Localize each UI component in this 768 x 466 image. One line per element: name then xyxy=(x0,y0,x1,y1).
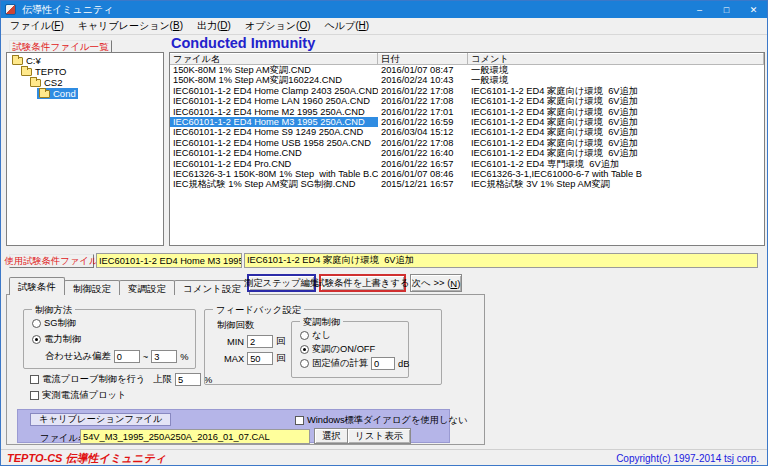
file-row[interactable]: IEC60101-1-2 ED4 Home USB 1958 250A.CND2… xyxy=(170,138,764,148)
min-unit: 回 xyxy=(276,335,285,348)
tab-1[interactable]: 制御設定 xyxy=(64,280,120,295)
file-row[interactable]: IEC61326-3-1 150K-80M 1% Step with Table… xyxy=(170,169,764,179)
maximize-button[interactable]: □ xyxy=(713,1,740,18)
column-header-1[interactable]: 日付 xyxy=(378,53,468,64)
file-row[interactable]: IEC60101-1-2 ED4 Home LAN 1960 250A.CND2… xyxy=(170,96,764,106)
file-name-cell: IEC60101-1-2 ED4 Home LAN 1960 250A.CND xyxy=(170,96,378,106)
file-row[interactable]: IEC60101-1-2 ED4 Pro.CND2016/01/22 16:57… xyxy=(170,159,764,169)
column-header-0[interactable]: ファイル名 xyxy=(170,53,378,64)
file-date-cell: 2016/01/22 17:08 xyxy=(378,86,468,96)
deviation-tilde: ~ xyxy=(143,352,148,362)
file-row[interactable]: IEC規格試験 1% Step AM変調 SG制御.CND2015/12/21 … xyxy=(170,179,764,189)
file-row[interactable]: IEC60101-1-2 ED4 Home.CND2016/01/22 16:4… xyxy=(170,148,764,158)
file-row[interactable]: 150K-80M 1% Step AM変調.CND2016/01/07 08:4… xyxy=(170,65,764,75)
file-row[interactable]: IEC60101-1-2 ED4 Home S9 1249 250A.CND20… xyxy=(170,127,764,137)
file-date-cell: 2016/03/04 15:12 xyxy=(378,127,468,137)
folder-icon xyxy=(12,57,23,65)
tab-0[interactable]: 試験条件 xyxy=(9,277,65,295)
limit-input[interactable]: 5 xyxy=(175,373,201,386)
menu-item-4[interactable]: ヘルプ(H) xyxy=(318,19,377,33)
menu-item-0[interactable]: ファイル(F) xyxy=(3,19,71,33)
condition-file-field[interactable]: IEC60101-1-2 ED4 Home M3 1995 250A.CND xyxy=(96,253,242,268)
next-button[interactable]: 次へ >> (N) xyxy=(410,274,462,292)
radio-sg-control[interactable]: SG制御 xyxy=(32,317,76,330)
deviation-max-input[interactable]: 3 xyxy=(151,350,177,363)
file-name-cell: IEC60101-1-2 ED4 Home S9 1249 250A.CND xyxy=(170,127,378,137)
min-count-input[interactable]: 2 xyxy=(247,335,273,348)
radio-power-control[interactable]: 電力制御 xyxy=(32,333,81,346)
minimize-button[interactable]: – xyxy=(686,1,713,18)
radio-mod-fixed[interactable]: 固定値の計算 0 dB xyxy=(300,357,409,370)
file-row[interactable]: IEC60101-1-2 ED4 Home M3 1995 250A.CND20… xyxy=(170,117,764,127)
tree-item-tepto[interactable]: TEPTO xyxy=(7,66,163,77)
file-row[interactable]: 150K-80M 1% Step AM変調160224.CND2016/02/2… xyxy=(170,75,764,85)
fixed-unit: dB xyxy=(398,359,409,369)
window-title: 伝導性イミュニティ xyxy=(22,3,113,17)
list-view-button[interactable]: リスト表示 xyxy=(347,428,411,444)
checkbox-icon xyxy=(30,375,39,384)
menu-item-1[interactable]: キャリブレーション(B) xyxy=(71,19,190,33)
file-name-cell: IEC60101-1-2 ED4 Home.CND xyxy=(170,148,378,158)
menu-bar: ファイル(F)キャリブレーション(B)出力(D)オプション(O)ヘルプ(H) xyxy=(1,18,767,35)
plot-checkbox-row[interactable]: 実測電流値プロット xyxy=(30,389,127,402)
tree-item-label: Cond xyxy=(53,88,76,99)
column-header-2[interactable]: コメント xyxy=(468,53,764,64)
file-row[interactable]: IEC60101-1-2 ED4 Home M2 1995 250A.CND20… xyxy=(170,107,764,117)
tree-item-c[interactable]: C:¥ xyxy=(7,55,163,66)
radio-icon-checked xyxy=(300,345,309,354)
radio-onoff-label: 変調のON/OFF xyxy=(312,343,375,356)
control-method-group: 制御方法 SG制御 電力制御 合わせ込み偏差 0 ~ 3 % xyxy=(23,309,196,369)
close-button[interactable]: ✕ xyxy=(740,1,767,18)
file-list-header: ファイル名日付コメント xyxy=(170,53,764,65)
tree-item-label: CS2 xyxy=(44,77,62,88)
tab-page-test-condition: 制御方法 SG制御 電力制御 合わせ込み偏差 0 ~ 3 % 電流プローブ制御を… xyxy=(6,294,485,445)
select-button[interactable]: 選択 xyxy=(314,428,349,444)
max-count-input[interactable]: 50 xyxy=(247,352,273,365)
file-comment-cell: 一般環境 xyxy=(468,65,764,75)
file-comment-cell: IEC6101-1-2 ED4 家庭向け環境 6V追加 xyxy=(468,117,764,127)
file-name-cell: IEC61326-3-1 150K-80M 1% Step with Table… xyxy=(170,169,378,179)
file-date-cell: 2016/01/22 16:40 xyxy=(378,148,468,158)
file-comment-cell: IEC6101-1-2 ED4 専門環境 6V追加 xyxy=(468,159,764,169)
overwrite-condition-button[interactable]: 試験条件を上書きする xyxy=(319,274,406,292)
tab-strip: 試験条件制御設定変調設定コメント設定 xyxy=(9,277,249,295)
probe-control-checkbox-row[interactable]: 電流プローブ制御を行う 上限 5 % xyxy=(30,373,212,386)
radio-icon xyxy=(300,359,309,368)
radio-mod-onoff[interactable]: 変調のON/OFF xyxy=(300,343,375,356)
status-copyright: Copyright(c) 1997-2014 tsj corp. xyxy=(616,453,759,464)
file-row[interactable]: IEC60101-1-2 ED4 Home Clamp 2403 250A.CN… xyxy=(170,86,764,96)
used-condition-file-label: 使用試験条件ファイル xyxy=(9,254,94,268)
calibration-panel: キャリブレーションファイル Windows標準ダイアログを使用しない ファイル名… xyxy=(17,409,450,443)
menu-item-2[interactable]: 出力(D) xyxy=(190,19,238,33)
condition-comment-field[interactable]: IEC6101-1-2 ED4 家庭向け環境 6V追加 xyxy=(244,253,758,268)
file-name-cell: IEC60101-1-2 ED4 Pro.CND xyxy=(170,159,378,169)
file-comment-cell: 一般環境 xyxy=(468,75,764,85)
radio-sg-label: SG制御 xyxy=(44,317,76,330)
file-date-cell: 2016/01/22 16:59 xyxy=(378,117,468,127)
tab-2[interactable]: 変調設定 xyxy=(119,280,175,295)
fixed-value-input[interactable]: 0 xyxy=(371,357,395,370)
min-count-row: MIN 2 回 xyxy=(227,335,285,348)
file-name-cell: IEC60101-1-2 ED4 Home USB 1958 250A.CND xyxy=(170,138,378,148)
deviation-min-input[interactable]: 0 xyxy=(114,350,140,363)
page-title: Conducted Immunity xyxy=(171,35,315,51)
file-date-cell: 2015/12/21 16:57 xyxy=(378,179,468,189)
tree-item-cs2[interactable]: CS2 xyxy=(7,77,163,88)
tree-item-inner: TEPTO xyxy=(19,66,69,77)
modulation-group-title: 変調制御 xyxy=(300,316,343,329)
file-name-cell: 150K-80M 1% Step AM変調.CND xyxy=(170,65,378,75)
file-list: ファイル名日付コメント 150K-80M 1% Step AM変調.CND201… xyxy=(169,52,765,246)
folder-icon xyxy=(30,79,41,87)
file-name-cell: IEC60101-1-2 ED4 Home M2 1995 250A.CND xyxy=(170,107,378,117)
menu-item-3[interactable]: オプション(O) xyxy=(238,19,318,33)
modulation-control-group: 変調制御 なし 変調のON/OFF 固定値の計算 0 dB xyxy=(291,321,409,378)
windows-dialog-checkbox-row[interactable]: Windows標準ダイアログを使用しない xyxy=(295,414,468,427)
calibration-file-input[interactable]: 54V_M3_1995_250A250A_2016_01_07.CAL xyxy=(80,429,310,444)
tab-3[interactable]: コメント設定 xyxy=(174,280,250,295)
max-label: MAX xyxy=(224,354,244,364)
file-comment-cell: IEC6101-1-2 ED4 家庭向け環境 6V追加 xyxy=(468,96,764,106)
radio-mod-none[interactable]: なし xyxy=(300,329,331,342)
tree-item-cond[interactable]: Cond xyxy=(7,88,163,99)
edit-steps-button[interactable]: 測定ステップ編集 xyxy=(247,274,316,292)
radio-icon-checked xyxy=(32,335,41,344)
